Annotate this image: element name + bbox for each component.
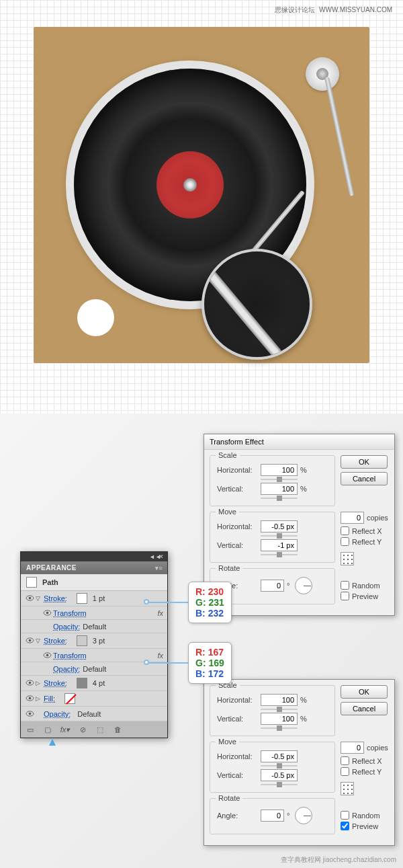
- stroke-label[interactable]: Stroke:: [44, 679, 67, 687]
- ok-button[interactable]: OK: [341, 455, 388, 469]
- fill-label[interactable]: Fill:: [44, 695, 55, 703]
- connector-dot-icon: [144, 660, 149, 665]
- scale-v-slider[interactable]: [261, 498, 298, 499]
- cancel-button[interactable]: Cancel: [341, 702, 388, 715]
- registration-icon[interactable]: [341, 552, 354, 565]
- angle-input[interactable]: [261, 580, 284, 592]
- random-checkbox[interactable]: Random: [341, 581, 389, 590]
- fx-icon[interactable]: fx: [157, 609, 163, 617]
- visibility-icon[interactable]: [41, 652, 53, 660]
- rotate-label: Rotate: [216, 564, 242, 572]
- preview-checkbox[interactable]: Preview: [341, 822, 389, 830]
- move-v-slider[interactable]: [261, 554, 298, 555]
- panel-header: APPEARANCE ▾≡: [21, 561, 167, 574]
- scale-h-slider[interactable]: [261, 709, 298, 710]
- move-v-slider[interactable]: [261, 784, 298, 785]
- visibility-icon[interactable]: [41, 609, 53, 617]
- opacity-link[interactable]: Opacity:: [44, 710, 71, 718]
- scale-h-label: Horizontal:: [217, 696, 261, 704]
- move-v-input[interactable]: [261, 539, 298, 551]
- angle-label: Angle:: [217, 812, 261, 820]
- stroke-weight: 3 pt: [93, 637, 105, 645]
- visibility-icon[interactable]: [24, 637, 36, 645]
- color-swatch-icon[interactable]: [77, 678, 87, 688]
- reflect-x-checkbox[interactable]: Reflect X: [341, 526, 389, 535]
- visibility-icon[interactable]: [24, 679, 36, 687]
- svg-point-7: [46, 654, 48, 656]
- visibility-icon[interactable]: [24, 695, 36, 703]
- close-icon[interactable]: ✕: [158, 553, 165, 560]
- scale-v-slider[interactable]: [261, 727, 298, 729]
- collapse-icon[interactable]: ◄◄: [149, 553, 156, 560]
- move-group: Move Horizontal: Vertical:: [210, 512, 335, 563]
- angle-dial[interactable]: [295, 807, 312, 824]
- reflect-y-checkbox[interactable]: Reflect Y: [341, 767, 389, 776]
- new-fill-icon[interactable]: ▢: [42, 724, 53, 735]
- scale-h-input[interactable]: [261, 694, 298, 706]
- move-h-slider[interactable]: [261, 535, 298, 537]
- duplicate-icon[interactable]: ⬚: [95, 724, 105, 735]
- scale-h-slider[interactable]: [261, 479, 298, 480]
- stroke-weight: 4 pt: [93, 679, 105, 687]
- delete-icon[interactable]: 🗑: [112, 724, 123, 735]
- scale-label: Scale: [216, 451, 240, 459]
- move-v-input[interactable]: [261, 769, 298, 781]
- opacity-row[interactable]: Opacity: Default: [21, 620, 167, 633]
- panel-controls: ◄◄ ✕: [21, 552, 167, 561]
- copies-input[interactable]: [341, 512, 364, 524]
- transform-effect-row[interactable]: Transform fx: [21, 606, 167, 620]
- rgb-g: G: 231: [195, 597, 224, 608]
- move-h-input[interactable]: [261, 750, 298, 762]
- expand-icon[interactable]: ▷: [36, 680, 44, 686]
- opacity-link[interactable]: Opacity:: [53, 623, 80, 631]
- visibility-icon[interactable]: [24, 594, 36, 602]
- color-swatch-icon[interactable]: [77, 635, 87, 646]
- transform-link[interactable]: Transform: [53, 609, 87, 617]
- reflect-y-checkbox[interactable]: Reflect Y: [341, 537, 389, 546]
- expand-icon[interactable]: ▽: [36, 637, 44, 644]
- clear-icon[interactable]: ⊘: [77, 724, 88, 735]
- panel-menu-icon[interactable]: ▾≡: [155, 565, 162, 571]
- rgb-callout-1: R: 230 G: 231 B: 232: [188, 582, 232, 623]
- copies-label: copies: [367, 744, 388, 752]
- move-h-input[interactable]: [261, 520, 298, 532]
- angle-dial[interactable]: [295, 577, 312, 594]
- copies-input[interactable]: [341, 742, 364, 754]
- rgb-r: R: 230: [195, 586, 224, 597]
- stroke-row-2[interactable]: ▽ Stroke: 3 pt: [21, 633, 167, 649]
- scale-h-input[interactable]: [261, 464, 298, 476]
- move-h-slider[interactable]: [261, 765, 298, 766]
- angle-unit: °: [287, 582, 289, 590]
- stroke-row-3[interactable]: ▷ Stroke: 4 pt: [21, 676, 167, 691]
- scale-v-input[interactable]: [261, 483, 298, 495]
- reflect-x-checkbox[interactable]: Reflect X: [341, 756, 389, 765]
- scale-v-input[interactable]: [261, 713, 298, 725]
- preview-checkbox[interactable]: Preview: [341, 592, 389, 600]
- opacity-default-row[interactable]: Opacity: Default: [21, 707, 167, 721]
- cancel-button[interactable]: Cancel: [341, 472, 388, 485]
- stroke-label[interactable]: Stroke:: [44, 637, 67, 645]
- expand-icon[interactable]: ▷: [36, 695, 44, 702]
- add-effect-icon[interactable]: fx▾: [60, 724, 71, 735]
- svg-point-9: [28, 682, 31, 684]
- transform-link[interactable]: Transform: [53, 652, 87, 660]
- path-row[interactable]: Path: [21, 574, 167, 591]
- fill-row[interactable]: ▷ Fill:: [21, 691, 167, 707]
- no-fill-swatch-icon[interactable]: [64, 693, 75, 704]
- rgb-b: B: 172: [195, 668, 224, 679]
- random-checkbox[interactable]: Random: [341, 811, 389, 820]
- connector-line: [146, 602, 188, 603]
- expand-icon[interactable]: ▽: [36, 595, 44, 602]
- new-stroke-icon[interactable]: ▭: [25, 724, 36, 735]
- color-swatch-icon[interactable]: [77, 593, 87, 604]
- registration-icon[interactable]: [341, 782, 354, 795]
- svg-point-13: [28, 712, 31, 715]
- stroke-label[interactable]: Stroke:: [44, 594, 67, 602]
- opacity-link[interactable]: Opacity:: [53, 665, 80, 673]
- ok-button[interactable]: OK: [341, 685, 388, 699]
- move-label: Move: [216, 508, 239, 516]
- fx-icon[interactable]: fx: [157, 652, 163, 660]
- visibility-icon[interactable]: [24, 710, 36, 718]
- angle-input[interactable]: [261, 810, 284, 822]
- svg-point-5: [28, 639, 31, 642]
